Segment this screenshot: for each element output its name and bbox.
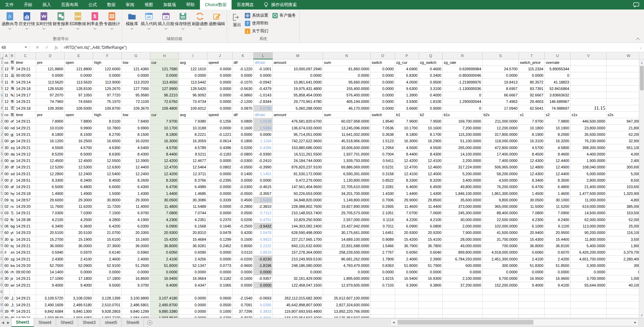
cell-Q18[interactable]: 12.4000: [419, 170, 443, 177]
cell-G25[interactable]: 4.1900: [122, 216, 150, 223]
cell-V30[interactable]: 6,426,200.0000: [571, 249, 607, 256]
cell-T15[interactable]: 8.4500: [519, 151, 545, 157]
cell-P18[interactable]: 12.4100: [395, 170, 419, 177]
cell-F15[interactable]: 8.6300: [93, 151, 122, 157]
cell-E11[interactable]: 9.9900: [65, 125, 93, 131]
cell-G36[interactable]: [122, 288, 150, 295]
cell-T26[interactable]: 6.1000: [519, 223, 545, 229]
cell-D19[interactable]: 8.3300: [36, 177, 65, 183]
cell-P21[interactable]: 1.4400: [395, 190, 419, 197]
cell-A20[interactable]: 00: [3, 184, 10, 190]
cell-M29[interactable]: 843,131,632.6000: [273, 242, 323, 249]
cell-B34[interactable]: jx: [10, 275, 15, 282]
cell-K26[interactable]: -0.2500: [233, 223, 254, 229]
cell-R5[interactable]: -1.130000036: [443, 85, 482, 92]
cell-Q30[interactable]: 0.6040: [419, 249, 443, 256]
cell-V32[interactable]: 3,300.0000: [571, 262, 607, 269]
cell-C9[interactable]: time: [15, 111, 36, 118]
cell-J2[interactable]: 0.0000: [207, 66, 233, 72]
cell-I22[interactable]: 30.3086: [179, 197, 207, 203]
cell-E7[interactable]: 74.6560: [65, 98, 93, 105]
cell-K20[interactable]: -0.0300: [233, 184, 254, 190]
cell-J9[interactable]: speed: [207, 111, 233, 118]
cell-U35[interactable]: 9.4100: [545, 282, 571, 288]
cell-M13[interactable]: 742,227,622.9600: [273, 138, 323, 144]
cell-R7[interactable]: 1.290000044: [443, 98, 482, 105]
cell-L18[interactable]: 1.1401: [254, 170, 273, 177]
cell-O16[interactable]: 0.5411: [371, 157, 395, 164]
cell-B35[interactable]: wr: [10, 282, 15, 288]
cell-E24[interactable]: 7.0300: [65, 210, 93, 216]
cell-I12[interactable]: 8.2221: [179, 131, 207, 138]
cell-S6[interactable]: 66.6667: [482, 92, 519, 98]
cell-Q26[interactable]: 6.0800: [419, 223, 443, 229]
ribbon-button-help[interactable]: ?使用帮助: [245, 19, 268, 27]
cell-O18[interactable]: 0.3158: [371, 170, 395, 177]
cell-O14[interactable]: 1.2954: [371, 144, 395, 151]
cell-M1[interactable]: amount: [273, 59, 323, 66]
cell-T1[interactable]: switch_price: [519, 59, 545, 66]
cell-E22[interactable]: 29.3000: [65, 197, 93, 203]
cell-D37[interactable]: 3,109.5720: [36, 295, 65, 302]
cell-D17[interactable]: 12.5200: [36, 164, 65, 170]
cell-J7[interactable]: 0.0000: [207, 98, 233, 105]
cell-F2[interactable]: 122.6000: [93, 66, 122, 72]
cell-G6[interactable]: 95.9580: [122, 92, 150, 98]
cell-L9[interactable]: difrate: [254, 111, 273, 118]
cell-T36[interactable]: [519, 288, 545, 295]
cell-L24[interactable]: 0.7112: [254, 210, 273, 216]
cell-O7[interactable]: 0.0000: [371, 98, 395, 105]
cell-I23[interactable]: 11.5488: [179, 203, 207, 210]
cell-O17[interactable]: 0.5231: [371, 164, 395, 170]
chevron-down-icon[interactable]: [43, 27, 45, 30]
cell-M5[interactable]: 19,975,431.4800: [273, 85, 323, 92]
cell-L40[interactable]: 0.4691: [254, 315, 273, 318]
row-header-32[interactable]: 32: [0, 262, 3, 269]
col-header-M[interactable]: M: [273, 52, 323, 59]
cell-F32[interactable]: 52.9100: [93, 262, 122, 269]
cell-C15[interactable]: 14:29:12: [15, 151, 36, 157]
scroll-up-icon[interactable]: ▲: [639, 60, 644, 65]
cell-L13[interactable]: 1.1166: [254, 138, 273, 144]
chevron-down-icon[interactable]: [199, 27, 201, 30]
cell-M40[interactable]: 133,470,954,597.4000: [273, 315, 323, 318]
enter-icon[interactable]: ✓: [42, 43, 52, 52]
cell-V39[interactable]: [571, 308, 607, 314]
cell-K6[interactable]: -0.9860: [233, 92, 254, 98]
cell-U18[interactable]: 12.4400: [545, 170, 571, 177]
cell-L28[interactable]: 0.9823: [254, 236, 273, 242]
cell-C34[interactable]: 14:29:21: [15, 275, 36, 282]
cell-D14[interactable]: 4.5500: [36, 144, 65, 151]
row-header-1[interactable]: 1: [0, 59, 3, 66]
cell-W21[interactable]: 1,320,900.0000: [607, 190, 639, 197]
col-header-E[interactable]: E: [65, 52, 93, 59]
cell-R35[interactable]: 37,200.0000: [443, 282, 482, 288]
cell-E38[interactable]: 2,489.5180: [65, 302, 93, 308]
cell-P17[interactable]: 12.4700: [395, 164, 419, 170]
cell-U24[interactable]: 7.0900: [545, 210, 571, 216]
row-header-21[interactable]: 21: [0, 190, 3, 197]
cell-L12[interactable]: 0.0000: [254, 131, 273, 138]
cell-N25[interactable]: 2,557,000.0000: [323, 216, 371, 223]
cell-U15[interactable]: 8.4600: [545, 151, 571, 157]
cell-O5[interactable]: 0.0000: [371, 85, 395, 92]
cell-U36[interactable]: [545, 288, 571, 295]
cell-P14[interactable]: 4.5600: [395, 144, 419, 151]
row-header-14[interactable]: 14: [0, 144, 3, 151]
menu-tab-4[interactable]: 公式: [83, 0, 102, 10]
cell-K37[interactable]: -2.1540: [233, 295, 254, 302]
cell-D16[interactable]: 12.4500: [36, 157, 65, 164]
cell-S4[interactable]: 19.8413: [482, 79, 519, 85]
cell-R40[interactable]: [443, 315, 482, 318]
cell-G31[interactable]: 2.4000: [122, 256, 150, 262]
cell-P11[interactable]: 10.1700: [395, 125, 419, 131]
cell-V23[interactable]: 619,000.0000: [571, 203, 607, 210]
cell-B9[interactable]: 简: [10, 111, 15, 118]
cell-H22[interactable]: 30.0500: [150, 197, 179, 203]
cell-S14[interactable]: 472,800.0000: [482, 144, 519, 151]
cell-M24[interactable]: 210,148,553.7400: [273, 210, 323, 216]
cell-M21[interactable]: 50,226,653.0000: [273, 190, 323, 197]
cell-R20[interactable]: 49,800.0000: [443, 184, 482, 190]
cell-F38[interactable]: 2,510.0701: [93, 302, 122, 308]
cell-S39[interactable]: [482, 308, 519, 314]
